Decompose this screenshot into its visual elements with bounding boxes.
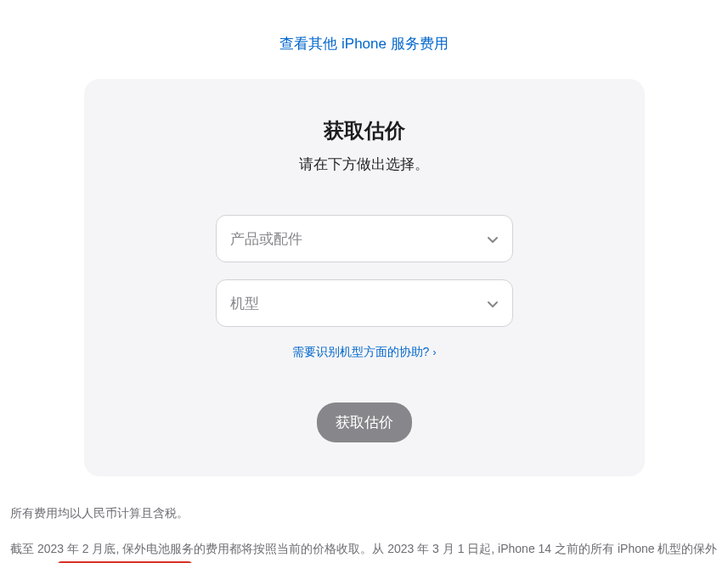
- product-select[interactable]: 产品或配件: [216, 215, 513, 262]
- model-select-wrap: 机型: [216, 279, 513, 327]
- chevron-right-icon: ›: [432, 346, 436, 358]
- product-select-wrap: 产品或配件: [216, 215, 513, 262]
- chevron-down-icon: [487, 233, 499, 245]
- footer-line2-part1: 截至 2023 年 2 月底, 保外电池服务的费用都将按照当前的价格收取。从 2…: [10, 542, 717, 563]
- footer-line2: 截至 2023 年 2 月底, 保外电池服务的费用都将按照当前的价格收取。从 2…: [10, 538, 718, 563]
- identify-model-help-link[interactable]: 需要识别机型方面的协助?›: [292, 345, 437, 358]
- model-select[interactable]: 机型: [216, 279, 513, 327]
- get-estimate-button[interactable]: 获取估价: [317, 403, 412, 442]
- card-subtitle: 请在下方做出选择。: [118, 155, 611, 174]
- footer-line1: 所有费用均以人民币计算且含税。: [10, 502, 718, 525]
- help-link-label: 需要识别机型方面的协助?: [292, 345, 430, 358]
- card-title: 获取估价: [118, 117, 611, 144]
- model-select-placeholder: 机型: [230, 294, 259, 313]
- top-link-container: 查看其他 iPhone 服务费用: [0, 0, 728, 79]
- other-services-link[interactable]: 查看其他 iPhone 服务费用: [279, 36, 448, 52]
- chevron-down-icon: [487, 297, 499, 309]
- product-select-placeholder: 产品或配件: [230, 229, 302, 249]
- footer-text: 所有费用均以人民币计算且含税。 截至 2023 年 2 月底, 保外电池服务的费…: [10, 502, 718, 563]
- help-link-container: 需要识别机型方面的协助?›: [118, 344, 611, 360]
- estimate-card: 获取估价 请在下方做出选择。 产品或配件 机型 需要识别机型方面的协助?› 获取: [84, 79, 645, 476]
